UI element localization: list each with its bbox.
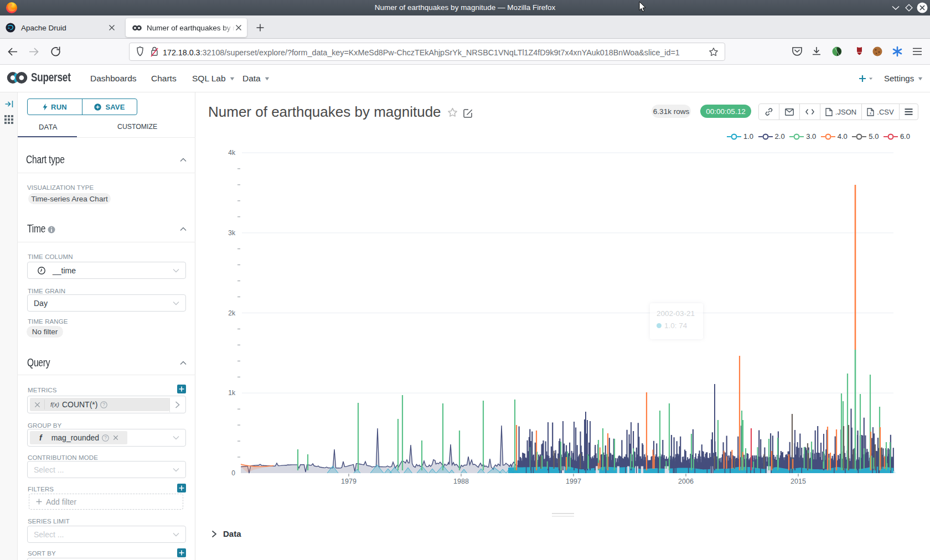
svg-text:0: 0 xyxy=(231,469,235,477)
svg-text:?: ? xyxy=(103,402,106,407)
svg-text:3k: 3k xyxy=(228,229,236,237)
svg-text:1997: 1997 xyxy=(566,478,581,485)
svg-text:?: ? xyxy=(104,435,107,440)
svg-text:1988: 1988 xyxy=(453,478,469,485)
svg-text:1979: 1979 xyxy=(341,478,356,485)
svg-text:2006: 2006 xyxy=(678,478,694,485)
svg-text:1k: 1k xyxy=(228,389,236,397)
svg-text:x: x xyxy=(870,111,872,115)
svg-text:2015: 2015 xyxy=(790,478,806,485)
svg-text:4k: 4k xyxy=(228,149,236,157)
svg-text:2k: 2k xyxy=(228,309,236,317)
